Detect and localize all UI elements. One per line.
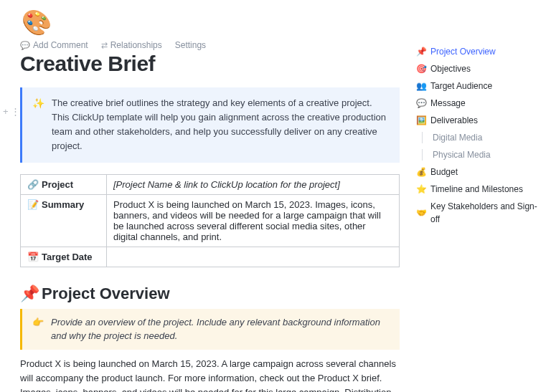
nav-icon: 🖼️	[416, 114, 426, 127]
intro-callout: ✨ The creative brief outlines the strate…	[20, 87, 400, 163]
nav-icon: 💰	[416, 166, 426, 178]
target-date-label: Target Date	[42, 252, 93, 262]
nav-item[interactable]: Physical Media	[416, 146, 544, 163]
nav-icon: 🤝	[416, 206, 426, 219]
nav-item[interactable]: 🤝Key Stakeholders and Sign-off	[416, 198, 544, 228]
summary-value[interactable]: Product X is being launched on March 15,…	[107, 194, 400, 247]
nav-label: Message	[430, 97, 466, 110]
nav-icon: 🎯	[416, 62, 426, 75]
nav-item[interactable]: 👥Target Audience	[416, 77, 544, 95]
add-comment-label: Add Comment	[33, 40, 88, 50]
nav-icon: 👥	[416, 80, 426, 92]
pointing-icon: 👉	[32, 315, 44, 343]
relationships-icon: ⇄	[101, 41, 108, 50]
outline-nav: 📌Project Overview🎯Objectives👥Target Audi…	[416, 43, 544, 228]
nav-label: Timeline and Milestones	[430, 183, 523, 196]
nav-label: Objectives	[430, 62, 471, 75]
sparkle-icon: ✨	[32, 96, 44, 154]
page-icon[interactable]: 🎨	[22, 10, 400, 34]
summary-header: 📝Summary	[21, 194, 107, 247]
nav-icon: ⭐	[416, 183, 426, 196]
nav-label: Physical Media	[433, 148, 491, 161]
nav-item[interactable]: 🖼️Deliverables	[416, 112, 544, 129]
target-date-header: 📅Target Date	[21, 247, 107, 267]
nav-item[interactable]: 📌Project Overview	[416, 43, 544, 60]
link-icon: 🔗	[27, 179, 39, 190]
relationships-label: Relationships	[110, 40, 162, 50]
nav-label: Digital Media	[433, 131, 482, 144]
nav-label: Budget	[430, 166, 458, 178]
nav-icon: 📌	[416, 45, 426, 58]
section-heading-overview: 📌Project Overview	[20, 285, 400, 303]
overview-hint-callout: 👉 Provide an overview of the project. In…	[20, 309, 400, 350]
target-date-value[interactable]	[107, 247, 400, 267]
section-title-text: Project Overview	[42, 285, 170, 302]
intro-callout-text: The creative brief outlines the strategy…	[52, 96, 388, 154]
nav-item[interactable]: 🎯Objectives	[416, 60, 544, 77]
table-row: 📅Target Date	[21, 247, 400, 267]
settings-button[interactable]: Settings	[175, 40, 206, 50]
calendar-icon: 📅	[27, 252, 39, 262]
memo-icon: 📝	[27, 199, 39, 210]
page-title: Creative Brief	[20, 52, 400, 76]
summary-label: Summary	[42, 199, 84, 210]
main-content: 🎨 💬 Add Comment ⇄ Relationships Settings…	[0, 0, 413, 392]
table-row: 📝Summary Product X is being launched on …	[21, 194, 400, 247]
nav-item[interactable]: 💬Message	[416, 95, 544, 112]
project-header: 🔗Project	[21, 174, 107, 194]
nav-label: Key Stakeholders and Sign-off	[430, 200, 544, 226]
project-label: Project	[42, 179, 73, 190]
toolbar: 💬 Add Comment ⇄ Relationships Settings	[20, 40, 400, 50]
settings-label: Settings	[175, 40, 206, 50]
pushpin-icon: 📌	[20, 285, 39, 302]
overview-body[interactable]: Product X is being launched on March 15,…	[20, 357, 400, 392]
nav-label: Project Overview	[430, 45, 496, 58]
table-row: 🔗Project [Project Name & link to ClickUp…	[21, 174, 400, 194]
add-comment-button[interactable]: 💬 Add Comment	[20, 40, 88, 50]
nav-icon: 💬	[416, 97, 426, 110]
comment-icon: 💬	[20, 41, 30, 50]
nav-label: Deliverables	[430, 114, 478, 127]
nav-label: Target Audience	[430, 80, 492, 92]
project-value[interactable]: [Project Name & link to ClickUp location…	[107, 174, 400, 194]
nav-item[interactable]: Digital Media	[416, 129, 544, 146]
info-table: 🔗Project [Project Name & link to ClickUp…	[20, 174, 400, 267]
overview-hint-text: Provide an overview of the project. Incl…	[51, 315, 390, 343]
nav-item[interactable]: ⭐Timeline and Milestones	[416, 181, 544, 198]
relationships-button[interactable]: ⇄ Relationships	[101, 40, 162, 50]
nav-item[interactable]: 💰Budget	[416, 163, 544, 181]
